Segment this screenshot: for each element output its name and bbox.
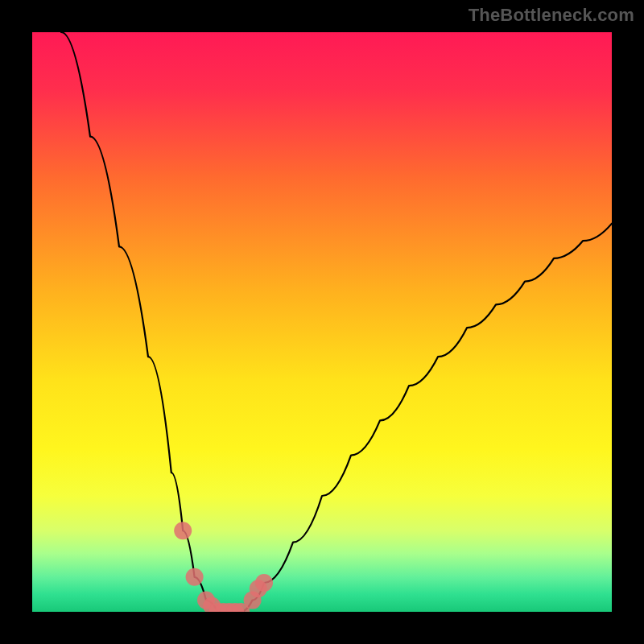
curve-layer (32, 32, 612, 612)
highlight-dot (174, 522, 192, 539)
highlight-dot (255, 574, 273, 592)
highlight-markers (174, 522, 273, 612)
highlight-dot (186, 568, 204, 586)
plot-area (32, 32, 612, 612)
chart-frame: TheBottleneck.com (0, 0, 644, 644)
watermark-text: TheBottleneck.com (469, 5, 634, 26)
bottleneck-curve (61, 32, 612, 612)
